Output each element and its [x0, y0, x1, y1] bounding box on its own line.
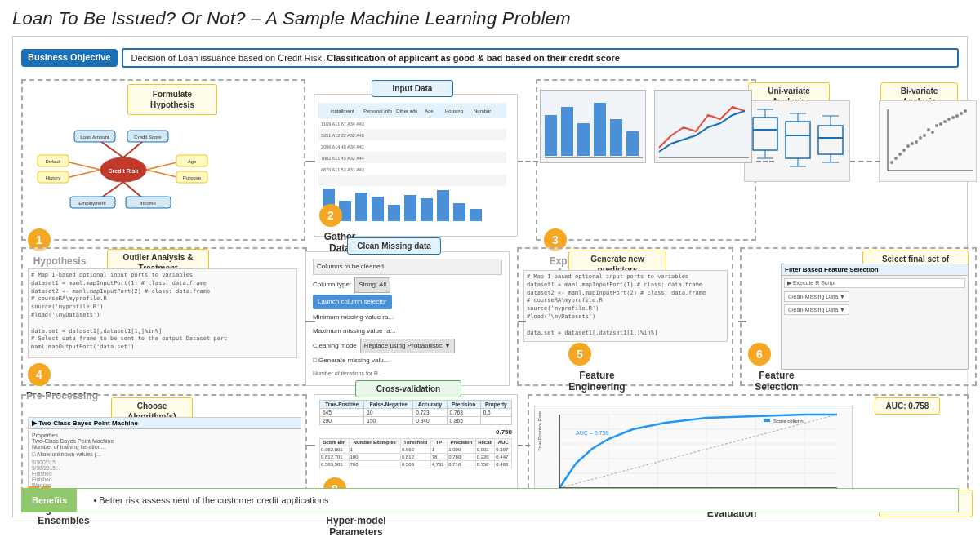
- svg-point-83: [931, 131, 934, 134]
- svg-point-86: [898, 153, 902, 156]
- svg-point-78: [943, 120, 947, 123]
- svg-point-74: [919, 136, 922, 140]
- uni-variate-chart: [744, 100, 850, 182]
- svg-text:Default: Default: [45, 159, 60, 164]
- svg-text:AUC = 0.758: AUC = 0.758: [576, 430, 608, 436]
- feature-engineering-code: # Map 1-based optional input ports to va…: [523, 270, 728, 342]
- svg-text:installment: installment: [331, 109, 354, 113]
- svg-text:Housing: Housing: [445, 109, 463, 113]
- svg-point-89: [956, 114, 959, 118]
- benefits-row: Benefits Better risk assessment of the c…: [21, 488, 959, 512]
- svg-line-6: [66, 162, 100, 170]
- svg-text:Employment: Employment: [78, 201, 106, 206]
- svg-rect-51: [437, 190, 449, 221]
- svg-text:Personal info: Personal info: [363, 109, 393, 113]
- svg-rect-98: [626, 131, 639, 156]
- svg-rect-97: [610, 119, 622, 156]
- feature-selection-ui: Filter Based Feature Selection ▶ Execute…: [781, 264, 969, 370]
- business-objective-text: Decision of Loan issuance based on Credi…: [122, 48, 960, 68]
- arrow-uni-bi: [850, 161, 880, 162]
- svg-point-79: [951, 116, 955, 119]
- svg-rect-47: [372, 197, 384, 221]
- bi-variate-chart: [879, 100, 977, 182]
- arrow-3-uni: [756, 161, 774, 162]
- explor-chart-1: [540, 90, 646, 163]
- step-4-number: 4: [28, 363, 51, 386]
- svg-text:Age: Age: [425, 109, 434, 113]
- svg-rect-53: [470, 209, 482, 221]
- data-table-svg: installment Personal info Other info Age…: [314, 99, 510, 237]
- step-6-label: FeatureSelection: [740, 370, 813, 393]
- svg-rect-54: [753, 118, 777, 150]
- svg-text:History: History: [46, 175, 61, 180]
- explor-chart-2: [654, 90, 752, 163]
- step-5-number: 5: [568, 343, 591, 366]
- svg-point-84: [939, 122, 942, 126]
- step-2-number: 2: [319, 204, 342, 227]
- svg-rect-38: [318, 175, 506, 186]
- svg-text:Number: Number: [474, 109, 491, 113]
- preprocessing-code: # Map 1-based optional input ports to va…: [28, 268, 297, 358]
- business-objective-label: Business Objective: [21, 49, 118, 66]
- diagram-area: Business Objective Decision of Loan issu…: [12, 36, 968, 517]
- arrow-8-9: [518, 445, 530, 446]
- input-data-callout: Input Data: [372, 80, 453, 97]
- svg-text:2096 A14 49 A34 A42: 2096 A14 49 A34 A42: [321, 144, 364, 149]
- svg-point-87: [911, 142, 914, 145]
- svg-text:7882 A11 45 A32 A44: 7882 A11 45 A32 A44: [321, 156, 364, 161]
- arrow-7-8: [305, 445, 315, 446]
- svg-rect-93: [545, 115, 557, 156]
- svg-line-8: [146, 162, 180, 170]
- arrow-6-end: [738, 321, 746, 322]
- svg-point-77: [935, 124, 938, 127]
- page-title: Loan To Be Issued? Or Not? – A Sample Ma…: [12, 8, 968, 29]
- svg-point-80: [960, 112, 963, 115]
- step-6-number: 6: [748, 343, 771, 366]
- auc-callout: AUC: 0.758: [875, 397, 940, 415]
- svg-point-72: [894, 157, 898, 160]
- svg-text:Credit Score: Credit Score: [134, 135, 162, 140]
- svg-text:Other info: Other info: [396, 109, 418, 113]
- main-container: Loan To Be Issued? Or Not? – A Sample Ma…: [0, 0, 980, 550]
- svg-point-88: [890, 161, 893, 164]
- svg-point-81: [915, 140, 918, 144]
- svg-rect-60: [786, 122, 810, 158]
- svg-text:Age: Age: [188, 159, 197, 164]
- svg-rect-94: [561, 107, 573, 156]
- svg-line-9: [146, 170, 180, 178]
- svg-rect-52: [453, 203, 466, 221]
- svg-text:Credit Risk: Credit Risk: [109, 168, 139, 174]
- svg-text:Loan Amount: Loan Amount: [80, 135, 109, 140]
- gather-data-box: Input Data installment Personal info Oth…: [314, 94, 518, 237]
- cross-validation-callout: Cross-validation: [355, 380, 461, 397]
- svg-line-7: [66, 170, 100, 178]
- svg-rect-50: [421, 198, 433, 221]
- svg-rect-46: [355, 193, 368, 221]
- clean-missing-callout: Clean Missing data: [347, 237, 441, 255]
- svg-rect-49: [404, 195, 416, 221]
- arrow-5-6a: [518, 321, 526, 322]
- svg-point-75: [902, 149, 906, 152]
- step-5-label: FeatureEngineering: [556, 370, 638, 393]
- svg-rect-119: [764, 419, 770, 422]
- business-objective-row: Business Objective Decision of Loan issu…: [21, 43, 959, 73]
- svg-point-73: [906, 144, 910, 148]
- benefits-text: Better risk assessment of the customer c…: [77, 495, 328, 505]
- svg-text:5951 A12 22 A32 A46: 5951 A12 22 A32 A46: [321, 133, 364, 138]
- svg-rect-48: [388, 205, 400, 221]
- svg-point-76: [927, 128, 930, 131]
- svg-point-85: [947, 118, 951, 121]
- arrow-4-5a: [305, 321, 315, 322]
- svg-text:1169 A11 67 A34 A43: 1169 A11 67 A34 A43: [321, 122, 364, 126]
- svg-text:Purpose: Purpose: [183, 175, 202, 180]
- svg-line-113: [559, 415, 837, 488]
- svg-point-82: [923, 134, 926, 137]
- algorithm-ui: ▶ Two-Class Bayes Point Machine Properti…: [28, 417, 301, 486]
- svg-text:4870 A11 53 A31 A43: 4870 A11 53 A31 A43: [321, 167, 364, 172]
- clean-missing-box: Clean Missing data Columns to be cleaned…: [305, 251, 510, 386]
- svg-rect-66: [818, 126, 843, 154]
- svg-text:Income: Income: [140, 201, 156, 206]
- svg-rect-95: [577, 123, 590, 156]
- svg-text:True Positive Rate: True Positive Rate: [537, 410, 542, 451]
- mindmap-svg: Credit Risk Loan Amount Credit Score Emp…: [29, 109, 217, 223]
